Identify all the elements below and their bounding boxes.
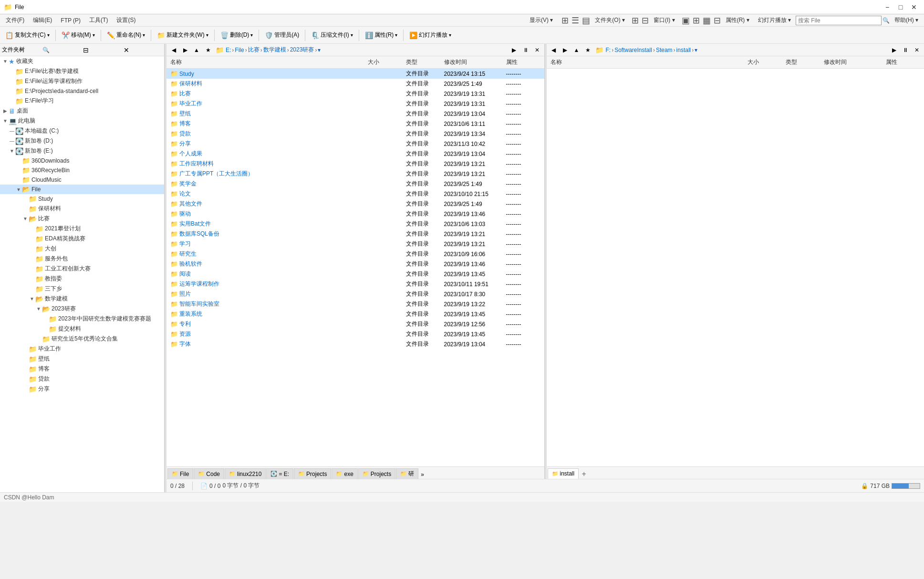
tree-item-file[interactable]: ▼ 📂 File — [0, 185, 164, 194]
menu-slideshow[interactable]: 幻灯片播放 ▾ — [754, 15, 795, 25]
tree-item-desktop[interactable]: ▶ 🖥 桌面 — [0, 106, 164, 116]
tree-item-tijiao[interactable]: 📁 提交材料 — [0, 324, 164, 334]
menu-window[interactable]: 窗口(I) ▾ — [650, 15, 679, 25]
pause-button[interactable]: ⏸ — [520, 45, 531, 55]
tree-collapse-icon[interactable]: ⊟ — [83, 46, 122, 54]
bread-install[interactable]: install — [676, 47, 691, 53]
file-link[interactable]: 分享 — [179, 140, 191, 148]
bread-2023[interactable]: 2023研赛 — [290, 46, 314, 54]
menu-settings[interactable]: 设置(S) — [113, 15, 139, 25]
view-list-icon[interactable]: ☰ — [571, 15, 579, 26]
back-button[interactable]: ◀ — [168, 45, 179, 55]
file-row[interactable]: 📁 博客 文件目录 2023/10/6 13:11 -------- — [166, 119, 544, 129]
menu-folder[interactable]: 文件夹(O) ▾ — [591, 15, 629, 25]
tree-item-biye[interactable]: 📁 毕业工作 — [0, 344, 164, 354]
tree-item-2023ti[interactable]: 📁 2023年中国研究生数学建模竞赛赛题 — [0, 314, 164, 324]
file-link[interactable]: 运筹学课程制作 — [179, 280, 219, 288]
file-row[interactable]: 📁 资源 文件目录 2023/9/19 13:45 -------- — [166, 329, 544, 339]
folder-up-button[interactable]: 📁 — [214, 45, 225, 55]
tab-file[interactable]: 📁 File — [167, 468, 193, 479]
file-row[interactable]: 📁 数据库SQL备份 文件目录 2023/9/19 13:21 -------- — [166, 229, 544, 239]
tree-close-icon[interactable]: ✕ — [124, 46, 162, 54]
file-row[interactable]: 📁 分享 文件目录 2023/11/3 10:42 -------- — [166, 139, 544, 149]
win-icon1[interactable]: ▣ — [682, 15, 690, 26]
file-link[interactable]: Study — [179, 71, 194, 77]
file-row[interactable]: 📁 毕业工作 文件目录 2023/9/19 13:31 -------- — [166, 99, 544, 109]
bread-right-dropdown[interactable]: ▾ — [695, 47, 697, 53]
menu-file[interactable]: 文件(F) — [2, 15, 28, 25]
file-row[interactable]: 📁 壁纸 文件目录 2023/9/19 13:04 -------- — [166, 109, 544, 119]
tree-item-boyanziliao[interactable]: 📁 保研材料 — [0, 204, 164, 214]
col-modified[interactable]: 修改时间 — [442, 57, 504, 67]
file-row[interactable]: 📁 学习 文件目录 2023/9/19 13:21 -------- — [166, 239, 544, 249]
toggle-d[interactable]: — — [9, 138, 15, 144]
bread-steam[interactable]: Steam — [656, 47, 673, 53]
tree-item-boke[interactable]: 📁 博客 — [0, 364, 164, 374]
tree-item-sanxiaxiang[interactable]: 📁 三下乡 — [0, 284, 164, 294]
file-row[interactable]: 📁 广工专属PPT（工大生活圈） 文件目录 2023/9/19 13:21 --… — [166, 169, 544, 179]
file-link[interactable]: 广工专属PPT（工大生活圈） — [179, 170, 253, 178]
tab-projects1[interactable]: 📁 Projects — [294, 468, 331, 479]
home-button[interactable]: ★ — [203, 45, 213, 55]
file-link[interactable]: 贷款 — [179, 130, 191, 138]
folder-icon1[interactable]: ⊞ — [632, 15, 639, 26]
toggle-desktop[interactable]: ▶ — [2, 108, 9, 114]
tree-item-2023yansai[interactable]: ▼ 📂 2023研赛 — [0, 304, 164, 314]
tree-item-daikuan[interactable]: 📁 贷款 — [0, 374, 164, 384]
file-link[interactable]: 驱动 — [179, 210, 191, 218]
col-size[interactable]: 大小 — [366, 57, 404, 67]
right-col-type[interactable]: 类型 — [784, 57, 822, 67]
slideshow-button[interactable]: ▶️ 幻灯片播放 ▾ — [406, 29, 455, 41]
bread-shuxue[interactable]: 数学建模 — [263, 46, 286, 54]
file-link[interactable]: 其他文件 — [179, 200, 202, 208]
toggle-c[interactable]: — — [9, 128, 15, 134]
file-link[interactable]: 比赛 — [179, 90, 191, 98]
compress-button[interactable]: 🗜️ 压缩文件(I) ▾ — [308, 29, 356, 41]
copy-button[interactable]: 📋 复制文件(C) ▾ — [2, 29, 53, 41]
tree-item-cloudmusic[interactable]: 📁 CloudMusic — [0, 175, 164, 185]
file-link[interactable]: 照片 — [179, 290, 191, 298]
tree-item-d[interactable]: — 💽 新加卷 (D:) — [0, 136, 164, 146]
file-link[interactable]: 资源 — [179, 330, 191, 338]
col-type[interactable]: 类型 — [404, 57, 442, 67]
right-pause-button[interactable]: ⏸ — [900, 45, 911, 55]
file-row[interactable]: 📁 Study 文件目录 2023/9/24 13:15 -------- — [166, 69, 544, 79]
toggle-2023yansai[interactable]: ▼ — [35, 306, 42, 311]
search-icon[interactable]: 🔍 — [882, 17, 890, 24]
tree-item-360dl[interactable]: 📁 360Downloads — [0, 156, 164, 165]
tree-item-shuxue[interactable]: ▼ 📂 数学建模 — [0, 294, 164, 304]
file-row[interactable]: 📁 其他文件 文件目录 2023/9/25 1:49 -------- — [166, 199, 544, 209]
admin-button[interactable]: 🛡️ 管理员(A) — [261, 29, 302, 41]
file-row[interactable]: 📁 驱动 文件目录 2023/9/19 13:46 -------- — [166, 209, 544, 219]
file-row[interactable]: 📁 阅读 文件目录 2023/9/19 13:45 -------- — [166, 269, 544, 279]
tree-search-icon[interactable]: 🔍 — [42, 47, 81, 53]
file-row[interactable]: 📁 专利 文件目录 2023/9/19 12:56 -------- — [166, 319, 544, 329]
file-link[interactable]: 智能车间实验室 — [179, 300, 219, 308]
right-forward-button[interactable]: ▶ — [560, 45, 571, 55]
file-link[interactable]: 学习 — [179, 240, 191, 248]
tree-item-gongye[interactable]: 📁 工业工程创新大赛 — [0, 264, 164, 274]
tab-linux[interactable]: 📁 linux2210 — [225, 468, 266, 479]
file-row[interactable]: 📁 比赛 文件目录 2023/9/19 13:31 -------- — [166, 89, 544, 99]
file-row[interactable]: 📁 重装系统 文件目录 2023/9/19 13:45 -------- — [166, 309, 544, 319]
tree-item-dachuang[interactable]: 📁 大创 — [0, 244, 164, 254]
tab-code[interactable]: 📁 Code — [194, 468, 224, 479]
tree-item-computer[interactable]: ▼ 💻 此电脑 — [0, 116, 164, 126]
search-input[interactable] — [796, 16, 882, 25]
toggle-e[interactable]: ▼ — [9, 148, 15, 154]
menu-help[interactable]: 帮助(H) ▾ — [891, 15, 922, 25]
rename-button[interactable]: ✏️ 重命名(N) ▾ — [104, 29, 149, 41]
minimize-button[interactable]: − — [881, 2, 893, 12]
tree-item-c[interactable]: — 💽 本地磁盘 (C:) — [0, 126, 164, 136]
stop-button[interactable]: ✕ — [532, 45, 542, 55]
file-link[interactable]: 阅读 — [179, 270, 191, 278]
file-row[interactable]: 📁 字体 文件目录 2023/9/19 13:04 -------- — [166, 339, 544, 349]
toggle-shuxue[interactable]: ▼ — [29, 296, 35, 301]
file-row[interactable]: 📁 个人成果 文件目录 2023/9/19 13:04 -------- — [166, 149, 544, 159]
tab-install[interactable]: 📁 install — [548, 468, 579, 479]
bread-dropdown[interactable]: ▾ — [318, 47, 321, 53]
file-link[interactable]: 毕业工作 — [179, 100, 202, 108]
tree-item-360rb[interactable]: 📁 360RecycleBin — [0, 165, 164, 175]
folder-icon2[interactable]: ⊟ — [642, 15, 649, 26]
file-row[interactable]: 📁 贷款 文件目录 2023/9/19 13:34 -------- — [166, 129, 544, 139]
